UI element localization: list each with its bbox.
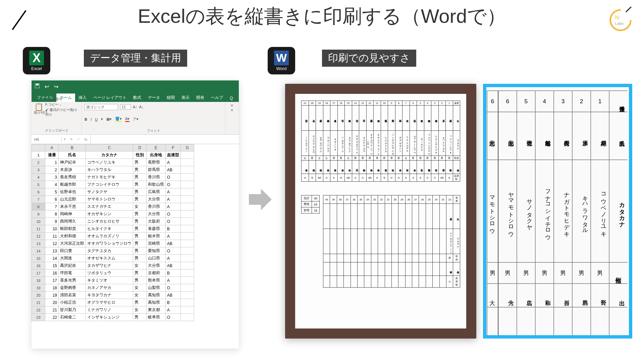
ribbon-tab[interactable]: 開発 (193, 94, 208, 102)
caption-excel: データ管理・集計用 (84, 50, 187, 67)
svg-rect-5 (36, 84, 39, 85)
align-top-icon[interactable]: ≡ (231, 103, 233, 107)
word-printout-photo: 212019181716151413121110987654321連番皆川梨乃小… (285, 84, 476, 339)
ribbon-tab[interactable]: ヘルプ (208, 94, 226, 102)
svg-point-0 (610, 10, 631, 31)
ribbon-tab[interactable]: 数式 (130, 94, 145, 102)
formula-bar: H8 ▾ ✕ ✓ fx (32, 135, 239, 144)
align-middle-icon[interactable]: ≡ (231, 108, 233, 112)
ribbon-tab[interactable]: ページ レイアウト (90, 94, 130, 102)
ribbon: 📋 ✂ 切り取り ⎘ コピー ▾ 🖌 書式のコピー/貼り付け 貼り付け クリップ… (32, 102, 239, 135)
bold-button[interactable]: B (85, 117, 87, 121)
svg-text:Labo: Labo (615, 21, 624, 25)
summary-table: 合計40 男性24 女性16 (301, 195, 320, 214)
ribbon-tab[interactable]: 校閲 (163, 94, 178, 102)
border-icon[interactable]: ▦▾ (106, 117, 112, 121)
excel-window: ↩ ↪ ファイルホーム挿入ページ レイアウト数式データ校閲表示開発ヘルプQ 📋 … (32, 80, 239, 349)
phonetic-icon[interactable]: ア▾ (133, 117, 139, 122)
undo-icon[interactable]: ↩ (45, 83, 49, 90)
save-icon[interactable] (35, 83, 40, 89)
worksheet[interactable]: ABCDEFG1連番氏名カタカナ性別出身地血液型21神戸紀幸コウベノリユキ男長野… (32, 144, 239, 349)
caption-word: 印刷での見やすさ (322, 50, 416, 67)
italic-button[interactable]: I (91, 117, 92, 121)
fill-color-icon[interactable]: 🪣▾ (115, 117, 122, 122)
svg-line-3 (626, 7, 631, 12)
font-size-select[interactable]: 11 (120, 104, 131, 110)
clipboard-group-label: クリップボード (34, 128, 79, 133)
zoom-inset: 連番 氏名 カタカナ 性別 出 1 神戸紀幸 コウベノリユキ 男 長野 2 木原… (483, 84, 632, 339)
increase-font-icon[interactable]: A↑ (133, 105, 137, 109)
font-group-label: フォント (85, 128, 222, 133)
underline-button[interactable]: U (95, 117, 98, 121)
tell-me-icon[interactable]: Q (226, 95, 236, 102)
fx-icon[interactable]: fx (82, 137, 90, 141)
name-box[interactable]: H8 (32, 137, 62, 142)
redo-icon[interactable]: ↪ (54, 83, 58, 90)
ribbon-tab[interactable]: データ (145, 94, 163, 102)
paste-label: 貼り付け (34, 110, 79, 115)
excel-app-icon: XExcel (23, 47, 50, 74)
excel-titlebar: ↩ ↪ (32, 80, 239, 93)
arrow-right-icon (246, 186, 273, 213)
font-name-select[interactable]: 游ゴシック (85, 104, 118, 110)
printed-table-1: 212019181716151413121110987654321連番皆川梨乃小… (301, 101, 460, 182)
decrease-font-icon[interactable]: A↓ (139, 105, 144, 109)
printed-table-2: 40393837363534333231302928272625242322連番… (323, 195, 460, 288)
svg-text:hi: hi (615, 15, 619, 20)
ribbon-tab[interactable]: 表示 (178, 94, 193, 102)
page-title: Excelの表を縦書きに印刷する（Wordで） (0, 3, 644, 29)
logo-chiilabo: hiLabo (607, 7, 634, 34)
word-app-icon: WWord (268, 47, 295, 74)
cut-button[interactable]: ✂ 切り取り (45, 97, 79, 102)
font-color-icon[interactable]: A▾ (125, 117, 129, 122)
copy-button[interactable]: ⎘ コピー ▾ (45, 102, 79, 107)
